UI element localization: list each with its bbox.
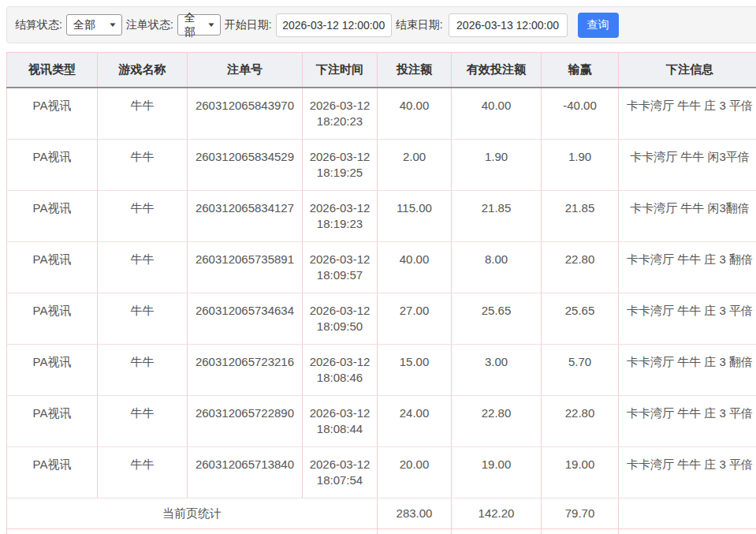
- cell-bet-info: 卡卡湾厅 牛牛 庄 3 平倍: [619, 88, 756, 140]
- table-body: PA视讯牛牛2603120658439702026-03-12 18:20:23…: [7, 88, 756, 499]
- cell-bet-amount: 20.00: [378, 447, 452, 499]
- summary-valid-amount: 142.20: [452, 499, 542, 529]
- cell-video-type: PA视讯: [7, 293, 98, 345]
- filter-bar: 结算状态: 全部 ▼ 注单状态: 全部 ▼ 开始日期: 结束日期: 查询: [6, 6, 756, 43]
- summary-bet-amount: 283.00: [378, 529, 452, 534]
- summary-label: 当前页统计: [7, 499, 378, 529]
- cell-video-type: PA视讯: [7, 140, 98, 191]
- bet-status-label: 注单状态:: [126, 18, 173, 32]
- summary-empty-cell: [619, 499, 756, 529]
- cell-game-name: 牛牛: [98, 88, 188, 140]
- cell-bet-info: 卡卡湾厅 牛牛 闲3翻倍: [619, 191, 756, 242]
- summary-row-total: 总统计 283.00 142.20 79.70: [7, 529, 756, 534]
- cell-bet-info: 卡卡湾厅 牛牛 庄 3 平倍: [619, 293, 756, 345]
- cell-win-loss: 21.85: [542, 191, 619, 242]
- cell-valid-amount: 21.85: [452, 191, 542, 242]
- bet-records-table: 视讯类型 游戏名称 注单号 下注时间 投注额 有效投注额 输赢 下注信息 PA视…: [6, 52, 756, 534]
- cell-bet-amount: 24.00: [378, 396, 452, 447]
- summary-win-loss: 79.70: [542, 529, 619, 534]
- cell-bet-time: 2026-03-12 18:09:57: [303, 242, 378, 293]
- header-bet-info: 下注信息: [619, 53, 756, 88]
- end-date-label: 结束日期:: [396, 18, 443, 32]
- cell-bet-amount: 2.00: [378, 140, 452, 191]
- cell-video-type: PA视讯: [7, 447, 98, 499]
- header-win-loss: 输赢: [542, 53, 619, 88]
- table-row: PA视讯牛牛2603120657346342026-03-12 18:09:50…: [7, 293, 756, 345]
- end-date-input[interactable]: [449, 13, 568, 37]
- bet-status-value: 全部: [184, 11, 203, 39]
- summary-empty-cell: [619, 529, 756, 534]
- settle-status-value: 全部: [73, 18, 95, 32]
- cell-game-name: 牛牛: [98, 191, 188, 242]
- cell-video-type: PA视讯: [7, 88, 98, 140]
- bet-status-select[interactable]: 全部 ▼: [177, 14, 221, 35]
- settle-status-label: 结算状态:: [15, 18, 62, 32]
- summary-win-loss: 79.70: [542, 499, 619, 529]
- header-video-type: 视讯类型: [7, 53, 98, 88]
- cell-win-loss: -40.00: [542, 88, 619, 140]
- cell-win-loss: 1.90: [542, 140, 619, 191]
- header-bet-time: 下注时间: [303, 53, 378, 88]
- cell-bet-info: 卡卡湾厅 牛牛 庄 3 翻倍: [619, 345, 756, 396]
- header-game-name: 游戏名称: [98, 53, 188, 88]
- cell-win-loss: 25.65: [542, 293, 619, 345]
- cell-bet-amount: 15.00: [378, 345, 452, 396]
- cell-bet-number: 260312065843970: [188, 88, 303, 140]
- cell-bet-amount: 40.00: [378, 88, 452, 140]
- cell-bet-time: 2026-03-12 18:19:23: [303, 191, 378, 242]
- cell-valid-amount: 1.90: [452, 140, 542, 191]
- cell-bet-number: 260312065735891: [188, 242, 303, 293]
- table-row: PA视讯牛牛2603120658345292026-03-12 18:19:25…: [7, 140, 756, 191]
- table-row: PA视讯牛牛2603120658439702026-03-12 18:20:23…: [7, 88, 756, 140]
- table-row: PA视讯牛牛2603120657232162026-03-12 18:08:46…: [7, 345, 756, 396]
- cell-bet-number: 260312065713840: [188, 447, 303, 499]
- settle-status-select[interactable]: 全部 ▼: [66, 14, 122, 35]
- cell-game-name: 牛牛: [98, 345, 188, 396]
- cell-video-type: PA视讯: [7, 191, 98, 242]
- cell-game-name: 牛牛: [98, 293, 188, 345]
- summary-valid-amount: 142.20: [452, 529, 542, 534]
- cell-bet-number: 260312065734634: [188, 293, 303, 345]
- cell-bet-info: 卡卡湾厅 牛牛 庄 3 平倍: [619, 396, 756, 447]
- cell-bet-time: 2026-03-12 18:08:46: [303, 345, 378, 396]
- cell-bet-amount: 27.00: [378, 293, 452, 345]
- table-header-row: 视讯类型 游戏名称 注单号 下注时间 投注额 有效投注额 输赢 下注信息: [7, 53, 756, 88]
- cell-win-loss: 5.70: [542, 345, 619, 396]
- cell-bet-number: 260312065834529: [188, 140, 303, 191]
- summary-row-current-page: 当前页统计 283.00 142.20 79.70: [7, 499, 756, 529]
- summary-label: 总统计: [7, 529, 378, 534]
- table-row: PA视讯牛牛2603120658341272026-03-12 18:19:23…: [7, 191, 756, 242]
- cell-game-name: 牛牛: [98, 396, 188, 447]
- header-bet-number: 注单号: [188, 53, 303, 88]
- cell-video-type: PA视讯: [7, 242, 98, 293]
- chevron-down-icon: ▼: [207, 21, 216, 28]
- cell-valid-amount: 8.00: [452, 242, 542, 293]
- cell-bet-amount: 40.00: [378, 242, 452, 293]
- cell-game-name: 牛牛: [98, 447, 188, 499]
- cell-bet-time: 2026-03-12 18:08:44: [303, 396, 378, 447]
- cell-bet-time: 2026-03-12 18:07:54: [303, 447, 378, 499]
- bet-records-table-wrap: 视讯类型 游戏名称 注单号 下注时间 投注额 有效投注额 输赢 下注信息 PA视…: [6, 52, 756, 534]
- start-date-label: 开始日期:: [225, 18, 272, 32]
- cell-bet-time: 2026-03-12 18:19:25: [303, 140, 378, 191]
- cell-bet-time: 2026-03-12 18:09:50: [303, 293, 378, 345]
- cell-bet-number: 260312065834127: [188, 191, 303, 242]
- cell-bet-time: 2026-03-12 18:20:23: [303, 88, 378, 140]
- summary-bet-amount: 283.00: [378, 499, 452, 529]
- cell-valid-amount: 22.80: [452, 396, 542, 447]
- chevron-down-icon: ▼: [108, 21, 117, 28]
- cell-bet-info: 卡卡湾厅 牛牛 庄 3 翻倍: [619, 242, 756, 293]
- start-date-input[interactable]: [276, 13, 392, 37]
- table-row: PA视讯牛牛2603120657138402026-03-12 18:07:54…: [7, 447, 756, 499]
- cell-win-loss: 22.80: [542, 396, 619, 447]
- cell-game-name: 牛牛: [98, 242, 188, 293]
- cell-game-name: 牛牛: [98, 140, 188, 191]
- table-row: PA视讯牛牛2603120657228902026-03-12 18:08:44…: [7, 396, 756, 447]
- query-button[interactable]: 查询: [578, 13, 619, 38]
- cell-valid-amount: 40.00: [452, 88, 542, 140]
- cell-bet-number: 260312065722890: [188, 396, 303, 447]
- cell-video-type: PA视讯: [7, 396, 98, 447]
- cell-valid-amount: 25.65: [452, 293, 542, 345]
- header-bet-amount: 投注额: [378, 53, 452, 88]
- table-row: PA视讯牛牛2603120657358912026-03-12 18:09:57…: [7, 242, 756, 293]
